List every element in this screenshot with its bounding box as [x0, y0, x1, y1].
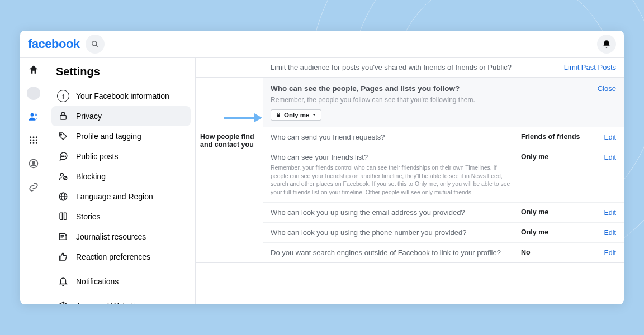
edit-link[interactable]: Edit — [604, 154, 616, 161]
expanded-description: Remember, the people you follow can see … — [271, 96, 616, 104]
nav-public-posts[interactable]: Public posts — [51, 146, 191, 166]
nav-profile-tagging[interactable]: Profile and tagging — [51, 126, 191, 146]
svg-point-14 — [32, 161, 35, 164]
svg-point-12 — [36, 142, 37, 144]
row-question: Who can look you up using the phone numb… — [271, 228, 467, 237]
row-value: Only me — [521, 208, 594, 216]
lock-icon — [57, 110, 69, 122]
search-icon — [91, 40, 99, 48]
row-value: Only me — [521, 153, 594, 161]
svg-point-4 — [30, 136, 31, 138]
svg-point-19 — [65, 156, 66, 157]
nav-label: Stories — [76, 212, 101, 221]
nav-reactions[interactable]: Reaction preferences — [51, 247, 191, 267]
dropdown-value: Only me — [284, 112, 309, 118]
like-icon — [57, 251, 69, 263]
nav-label: Profile and tagging — [76, 132, 141, 141]
tag-icon — [57, 130, 69, 142]
expanded-title: Who can see the people, Pages and lists … — [271, 84, 616, 93]
svg-point-8 — [33, 140, 35, 141]
svg-point-9 — [36, 140, 37, 141]
svg-rect-15 — [60, 116, 67, 120]
logo[interactable]: facebook — [28, 37, 80, 51]
settings-sidebar: Settings f Your Facebook information Pri… — [47, 58, 195, 304]
svg-point-16 — [60, 134, 61, 135]
nav-apps[interactable]: Apps and Websites — [51, 296, 191, 304]
setting-row: Who can look you up using the phone numb… — [263, 223, 624, 243]
bell-icon — [57, 275, 69, 288]
close-link[interactable]: Close — [598, 84, 616, 93]
edit-link[interactable]: Edit — [604, 209, 616, 217]
nav-privacy[interactable]: Privacy — [51, 106, 191, 126]
audience-dropdown[interactable]: Only me — [271, 109, 321, 121]
svg-point-17 — [61, 156, 63, 157]
edit-link[interactable]: Edit — [604, 249, 616, 257]
nav-label: Privacy — [76, 112, 102, 121]
contact-section: How people find and contact you Who can … — [196, 127, 624, 263]
svg-point-5 — [33, 136, 35, 138]
main-content: Limit the audience for posts you've shar… — [195, 58, 624, 304]
limit-posts-question: Limit the audience for posts you've shar… — [203, 63, 564, 71]
edit-link[interactable]: Edit — [604, 133, 616, 141]
svg-point-3 — [35, 114, 37, 116]
news-icon — [57, 231, 69, 243]
section-label: How people find and contact you — [196, 127, 263, 262]
rail-groups[interactable] — [27, 157, 40, 170]
app-window: facebook Settings f Your Facebook inform… — [20, 31, 624, 304]
setting-row: Who can look you up using the email addr… — [263, 203, 624, 223]
nav-label: Journalist resources — [76, 232, 146, 241]
svg-point-18 — [63, 156, 64, 157]
rail-link[interactable] — [27, 180, 40, 194]
nav-label: Public posts — [76, 152, 118, 161]
lock-icon — [276, 112, 281, 118]
nav-journalist[interactable]: Journalist resources — [51, 227, 191, 247]
nav-notifications[interactable]: Notifications — [51, 271, 191, 291]
row-value: Only me — [521, 228, 594, 236]
nav-stories[interactable]: Stories — [51, 207, 191, 227]
sidebar-title: Settings — [51, 63, 191, 86]
nav-label: Language and Region — [76, 192, 153, 201]
row-question: Who can look you up using the email addr… — [271, 208, 465, 217]
search-button[interactable] — [86, 35, 105, 54]
rail-home[interactable] — [27, 63, 40, 76]
svg-rect-30 — [277, 114, 280, 117]
svg-point-6 — [36, 136, 37, 138]
bell-icon — [602, 40, 611, 49]
rail-avatar[interactable] — [27, 87, 40, 100]
svg-line-22 — [64, 177, 67, 180]
nav-label: Notifications — [76, 277, 119, 286]
nav-label: Apps and Websites — [76, 302, 143, 304]
setting-row: Do you want search engines outside of Fa… — [263, 243, 624, 262]
edit-link[interactable]: Edit — [604, 229, 616, 237]
notifications-button[interactable] — [597, 35, 616, 54]
expanded-follow-setting: Who can see the people, Pages and lists … — [263, 78, 624, 127]
globe-icon — [57, 190, 69, 203]
svg-point-11 — [33, 142, 35, 144]
limit-posts-row: Limit the audience for posts you've shar… — [196, 60, 624, 78]
svg-point-2 — [31, 113, 34, 117]
nav-language[interactable]: Language and Region — [51, 186, 191, 207]
row-question: Who can see your friends list? — [271, 153, 368, 161]
chevron-down-icon — [312, 113, 316, 117]
setting-row: Who can send you friend requests? Friend… — [263, 127, 624, 147]
row-value: Friends of friends — [521, 133, 594, 141]
cube-icon — [57, 300, 69, 304]
icon-rail — [20, 58, 47, 304]
limit-past-posts-link[interactable]: Limit Past Posts — [564, 63, 616, 71]
svg-point-10 — [30, 142, 31, 144]
rail-friends[interactable] — [27, 110, 40, 123]
svg-point-7 — [30, 140, 31, 141]
svg-point-20 — [60, 173, 63, 176]
top-bar: facebook — [20, 31, 624, 58]
row-value: No — [521, 248, 594, 256]
comment-icon — [57, 150, 69, 162]
setting-row: Who can see your friends list?Remember, … — [263, 147, 624, 203]
nav-your-info[interactable]: f Your Facebook information — [51, 86, 191, 106]
nav-label: Reaction preferences — [76, 252, 150, 261]
nav-blocking[interactable]: Blocking — [51, 166, 191, 186]
rail-grid[interactable] — [27, 133, 40, 147]
book-icon — [57, 210, 69, 223]
block-icon — [57, 170, 69, 183]
row-subtext: Remember, your friends control who can s… — [271, 164, 515, 197]
row-question: Do you want search engines outside of Fa… — [271, 248, 501, 257]
